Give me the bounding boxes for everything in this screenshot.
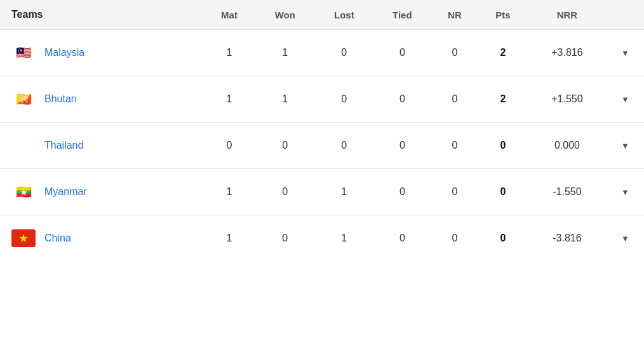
team-cell: 🇲🇾Malaysia <box>0 30 203 76</box>
nr-cell: 0 <box>431 30 479 76</box>
tied-cell: 0 <box>373 76 431 123</box>
col-header-mat: Mat <box>203 0 255 30</box>
pts-cell: 2 <box>478 76 528 123</box>
col-header-expand <box>607 0 644 30</box>
nrr-cell: +1.550 <box>528 76 607 123</box>
lost-cell: 1 <box>315 215 374 262</box>
lost-cell: 0 <box>315 123 374 169</box>
chevron-down-icon[interactable]: ▼ <box>621 234 629 243</box>
nrr-cell: +3.816 <box>528 30 607 76</box>
col-header-nrr: NRR <box>528 0 607 30</box>
col-header-tied: Tied <box>373 0 431 30</box>
pts-cell: 0 <box>478 169 528 215</box>
chevron-down-icon[interactable]: ▼ <box>621 95 629 104</box>
mat-cell: 1 <box>203 169 255 215</box>
table-row: 🇧🇹Bhutan110002+1.550▼ <box>0 76 644 123</box>
chevron-down-icon[interactable]: ▼ <box>621 187 629 197</box>
standings-table: Teams Mat Won Lost Tied NR Pts NRR 🇲🇾Mal… <box>0 0 644 261</box>
flag-malaysia: 🇲🇾 <box>11 44 36 62</box>
flag-bhutan: 🇧🇹 <box>11 90 36 108</box>
team-cell: 🇧🇹Bhutan <box>0 76 203 122</box>
tied-cell: 0 <box>373 215 431 262</box>
team-name[interactable]: Thailand <box>44 140 83 151</box>
mat-cell: 1 <box>203 76 255 123</box>
lost-cell: 0 <box>315 76 374 123</box>
team-name[interactable]: Myanmar <box>44 186 87 198</box>
mat-cell: 1 <box>203 30 255 76</box>
col-header-teams: Teams <box>0 0 203 30</box>
won-cell: 0 <box>255 169 314 215</box>
pts-cell: 2 <box>478 30 528 76</box>
flag-myanmar: 🇲🇲 <box>11 183 36 201</box>
table-row: Thailand0000000.000▼ <box>0 123 644 169</box>
flag-china: ★ <box>11 229 36 247</box>
chevron-down-icon[interactable]: ▼ <box>621 141 629 151</box>
pts-cell: 0 <box>478 215 528 262</box>
pts-cell: 0 <box>478 123 528 169</box>
lost-cell: 1 <box>315 169 374 215</box>
nr-cell: 0 <box>431 123 479 169</box>
nr-cell: 0 <box>431 215 479 262</box>
team-name[interactable]: China <box>44 233 71 244</box>
header-row: Teams Mat Won Lost Tied NR Pts NRR <box>0 0 644 30</box>
flag-thailand <box>11 137 36 154</box>
tied-cell: 0 <box>373 123 431 169</box>
expand-cell[interactable]: ▼ <box>607 215 644 262</box>
chevron-down-icon[interactable]: ▼ <box>621 48 629 58</box>
col-header-won: Won <box>255 0 314 30</box>
team-cell: Thailand <box>0 123 203 168</box>
team-cell: 🇲🇲Myanmar <box>0 169 203 215</box>
won-cell: 1 <box>255 76 314 123</box>
col-header-pts: Pts <box>478 0 528 30</box>
won-cell: 1 <box>255 30 314 76</box>
team-name[interactable]: Malaysia <box>44 47 84 58</box>
nrr-cell: -3.816 <box>528 215 607 262</box>
mat-cell: 0 <box>203 123 255 169</box>
expand-cell[interactable]: ▼ <box>607 76 644 123</box>
team-cell: ★China <box>0 215 203 261</box>
tied-cell: 0 <box>373 30 431 76</box>
expand-cell[interactable]: ▼ <box>607 123 644 169</box>
won-cell: 0 <box>255 215 314 262</box>
col-header-lost: Lost <box>315 0 374 30</box>
nrr-cell: -1.550 <box>528 169 607 215</box>
mat-cell: 1 <box>203 215 255 262</box>
expand-cell[interactable]: ▼ <box>607 169 644 215</box>
table-row: 🇲🇾Malaysia110002+3.816▼ <box>0 30 644 76</box>
table-row: ★China101000-3.816▼ <box>0 215 644 262</box>
nrr-cell: 0.000 <box>528 123 607 169</box>
won-cell: 0 <box>255 123 314 169</box>
expand-cell[interactable]: ▼ <box>607 30 644 76</box>
col-header-nr: NR <box>431 0 479 30</box>
nr-cell: 0 <box>431 76 479 123</box>
nr-cell: 0 <box>431 169 479 215</box>
lost-cell: 0 <box>315 30 374 76</box>
tied-cell: 0 <box>373 169 431 215</box>
table-row: 🇲🇲Myanmar101000-1.550▼ <box>0 169 644 215</box>
team-name[interactable]: Bhutan <box>44 93 77 105</box>
